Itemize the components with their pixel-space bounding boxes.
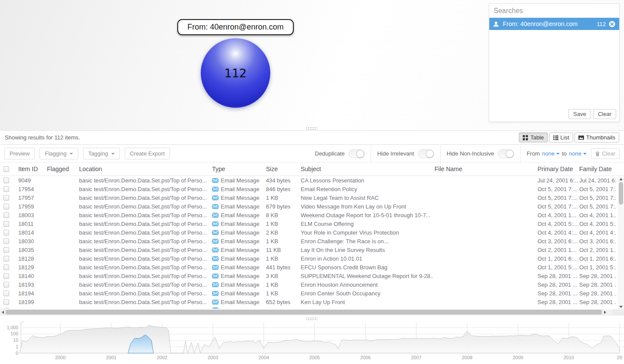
row-checkbox[interactable] xyxy=(3,178,9,183)
user-icon xyxy=(493,21,499,27)
vertical-scrollbar[interactable] xyxy=(618,176,624,309)
flagging-label: Flagging xyxy=(45,150,66,157)
table-row[interactable]: 18199basic test/Enron.Demo.Data.Set.pst/… xyxy=(0,298,618,307)
from-date-dropdown[interactable]: none xyxy=(542,150,560,157)
table-row[interactable]: 18129basic test/Enron.Demo.Data.Set.pst/… xyxy=(0,263,618,272)
column-header-item-id[interactable]: Item ID xyxy=(18,165,44,172)
column-header-family-date[interactable]: Family Date xyxy=(579,165,617,172)
preview-button[interactable]: Preview xyxy=(4,148,35,159)
select-all-checkbox[interactable] xyxy=(3,166,9,172)
remove-search-icon[interactable] xyxy=(609,21,615,27)
row-checkbox[interactable] xyxy=(3,308,9,309)
timeline-chart[interactable]: 1,00010010102000200120022003200420052006… xyxy=(0,320,624,364)
column-header-location[interactable]: Location xyxy=(79,165,210,172)
cell-item-id: 18193 xyxy=(18,281,44,288)
row-checkbox[interactable] xyxy=(3,230,9,235)
horizontal-scrollbar[interactable] xyxy=(0,309,612,315)
cell-primary-date: Oct 1, 2001 6:... xyxy=(538,255,578,262)
table-row[interactable]: 18193basic test/Enron.Demo.Data.Set.pst/… xyxy=(0,281,618,289)
splitter-handle-top[interactable] xyxy=(306,127,317,130)
table-row[interactable]: 18011basic test/Enron.Demo.Data.Set.pst/… xyxy=(0,220,618,228)
list-view-button[interactable]: List xyxy=(549,132,573,142)
search-list-item[interactable]: From: 40enron@enron.com 112 xyxy=(489,18,619,30)
svg-text:20: 20 xyxy=(617,355,622,360)
hide-irrelevant-toggle[interactable] xyxy=(418,149,434,158)
deduplicate-toggle[interactable] xyxy=(349,149,365,158)
row-checkbox[interactable] xyxy=(3,256,9,261)
tagging-dropdown[interactable]: Tagging xyxy=(83,148,120,159)
to-date-dropdown[interactable]: none xyxy=(569,150,587,157)
clear-search-button[interactable]: Clear xyxy=(593,109,616,119)
svg-text:2008: 2008 xyxy=(462,355,472,360)
cell-subject: EFCU Sponsors Credit Brown Bag xyxy=(301,264,433,271)
column-header-subject[interactable]: Subject xyxy=(301,165,433,172)
row-checkbox[interactable] xyxy=(3,265,9,270)
row-checkbox[interactable] xyxy=(3,212,9,218)
table-view-label: Table xyxy=(530,134,544,141)
table-row[interactable]: 18030basic test/Enron.Demo.Data.Set.pst/… xyxy=(0,237,618,246)
row-checkbox[interactable] xyxy=(3,221,9,227)
cell-primary-date: Sep 28, 2001 ... xyxy=(538,281,578,288)
cell-size: 11 KB xyxy=(266,247,299,253)
splitter-handle-bottom[interactable] xyxy=(306,317,317,320)
row-checkbox[interactable] xyxy=(3,282,9,288)
save-search-button[interactable]: Save xyxy=(568,109,591,119)
cell-location: basic test/Enron.Demo.Data.Set.pst/Top o… xyxy=(79,264,210,271)
table-row[interactable]: 18140basic test/Enron.Demo.Data.Set.pst/… xyxy=(0,272,618,281)
flagging-dropdown[interactable]: Flagging xyxy=(40,148,78,159)
hide-non-inclusive-toggle[interactable] xyxy=(498,149,514,158)
cell-size: 1 KB xyxy=(266,221,299,227)
row-checkbox[interactable] xyxy=(3,204,9,209)
to-date-value: none xyxy=(569,150,581,157)
cell-type: Email Message xyxy=(212,299,264,305)
table-row[interactable]: 9049basic test/Enron.Demo.Data.Set.pst/T… xyxy=(0,176,618,185)
cell-primary-date: Jul 24, 2001 6:... xyxy=(538,177,578,184)
create-export-button[interactable]: Create Export xyxy=(125,148,170,159)
scroll-up-arrow[interactable] xyxy=(618,176,624,182)
column-header-type[interactable]: Type xyxy=(212,165,225,172)
table-row[interactable]: 18003basic test/Enron.Demo.Data.Set.pst/… xyxy=(0,211,618,220)
search-bubble[interactable]: 112 xyxy=(201,38,270,108)
table-row-partial[interactable] xyxy=(0,307,618,309)
horizontal-scrollbar-thumb[interactable] xyxy=(6,310,602,314)
row-checkbox[interactable] xyxy=(3,247,9,253)
table-view-button[interactable]: Table xyxy=(519,132,548,142)
row-checkbox[interactable] xyxy=(3,273,9,279)
cell-size: 2 KB xyxy=(266,229,299,236)
scroll-left-arrow[interactable] xyxy=(0,309,5,315)
clear-date-filter-button[interactable]: Clear xyxy=(591,148,620,159)
cell-subject: Weekend Outage Report for 10-5-01 throug… xyxy=(301,212,433,218)
scroll-right-arrow[interactable] xyxy=(602,309,607,315)
table-row[interactable]: 18128basic test/Enron.Demo.Data.Set.pst/… xyxy=(0,255,618,263)
scroll-down-arrow[interactable] xyxy=(618,304,624,309)
table-row[interactable]: 17959basic test/Enron.Demo.Data.Set.pst/… xyxy=(0,202,618,211)
table-row[interactable]: 17957basic test/Enron.Demo.Data.Set.pst/… xyxy=(0,194,618,202)
column-header-file-name[interactable]: File Name xyxy=(435,165,535,172)
search-visualization-canvas[interactable]: From: 40enron@enron.com 112 Searches Fro… xyxy=(0,0,624,130)
cell-item-id: 17954 xyxy=(18,186,44,192)
row-checkbox[interactable] xyxy=(3,186,9,192)
app-window: From: 40enron@enron.com 112 Searches Fro… xyxy=(0,0,624,364)
email-message-icon xyxy=(212,308,219,309)
vertical-scrollbar-thumb[interactable] xyxy=(619,182,623,205)
cell-item-id: 18014 xyxy=(18,229,44,236)
table-row[interactable]: 17954basic test/Enron.Demo.Data.Set.pst/… xyxy=(0,185,618,194)
row-checkbox[interactable] xyxy=(3,291,9,296)
row-checkbox[interactable] xyxy=(3,299,9,305)
column-header-flagged[interactable]: Flagged xyxy=(47,165,77,172)
cell-primary-date: Oct 4, 2001 1... xyxy=(538,212,578,218)
svg-text:2009: 2009 xyxy=(513,355,523,360)
series-all-items xyxy=(20,325,620,353)
table-row[interactable]: 18194basic test/Enron.Demo.Data.Set.pst/… xyxy=(0,289,618,298)
column-header-primary-date[interactable]: Primary Date xyxy=(538,165,578,172)
thumbnails-view-button[interactable]: Thumbnails xyxy=(574,132,619,142)
row-checkbox[interactable] xyxy=(3,238,9,244)
table-row[interactable]: 18014basic test/Enron.Demo.Data.Set.pst/… xyxy=(0,228,618,237)
cell-type: Email Message xyxy=(212,203,264,210)
column-header-size[interactable]: Size xyxy=(266,165,299,172)
cell-subject: SUPPLEMENTAL Weekend Outage Report for 9… xyxy=(301,273,433,279)
row-checkbox[interactable] xyxy=(3,195,9,201)
cell-family-date: Oct 2, 2001 1... xyxy=(579,247,617,253)
cell-family-date: Sep 28, 2001 ... xyxy=(579,290,617,297)
table-row[interactable]: 18035basic test/Enron.Demo.Data.Set.pst/… xyxy=(0,246,618,255)
